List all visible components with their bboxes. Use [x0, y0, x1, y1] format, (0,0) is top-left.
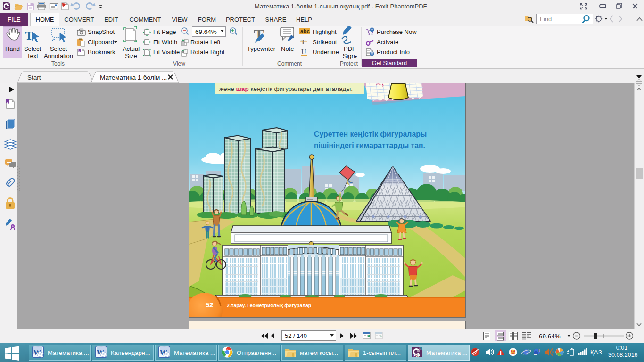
- svg-text:Суреттен кеңістік фигуралары: Суреттен кеңістік фигуралары: [314, 130, 427, 138]
- svg-text:T: T: [301, 38, 305, 46]
- svg-text:abc: abc: [300, 28, 310, 34]
- svg-text:Find: Find: [540, 16, 552, 23]
- svg-text:пішініндегі ғимараттарды тап.: пішініндегі ғимараттарды тап.: [314, 141, 425, 149]
- svg-text:52 / 140: 52 / 140: [285, 332, 307, 339]
- svg-text:!: !: [538, 348, 540, 353]
- svg-text:Математика 1-бөлім ...: Математика 1-бөлім ...: [100, 74, 167, 81]
- svg-text:52: 52: [206, 301, 214, 309]
- svg-text:69.64%: 69.64%: [195, 28, 217, 35]
- svg-text:2-тарау. Геометриялық фигурала: 2-тарау. Геометриялық фигуралар: [227, 303, 311, 308]
- svg-text:Start: Start: [27, 74, 41, 81]
- svg-text:PDF: PDF: [414, 354, 420, 357]
- svg-text:және шар кеңістік фигуралары д: және шар кеңістік фигуралары деп аталады…: [219, 85, 353, 92]
- svg-text:U: U: [301, 48, 306, 56]
- svg-text:69.64%: 69.64%: [539, 333, 561, 340]
